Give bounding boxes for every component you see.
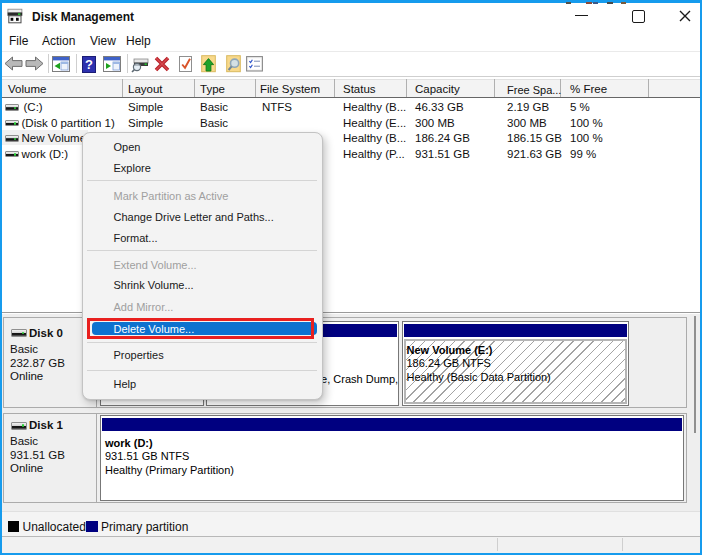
svg-text:?: ? [85, 57, 93, 72]
